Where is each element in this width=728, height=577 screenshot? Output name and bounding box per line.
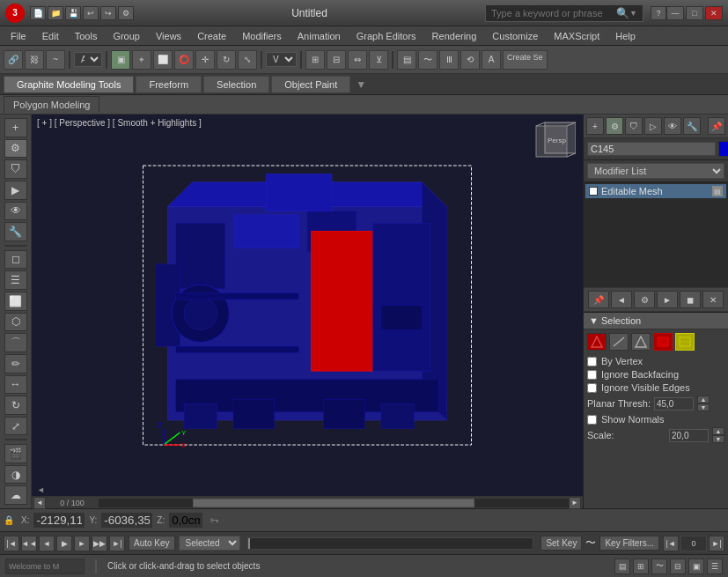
snap-btn[interactable]: ⊞ bbox=[305, 50, 325, 70]
menu-tools[interactable]: Tools bbox=[68, 29, 105, 43]
lasso-select-btn[interactable]: ⌒ bbox=[4, 333, 27, 352]
viewport[interactable]: [ + ] [ Perspective ] [ Smooth + Highlig… bbox=[32, 115, 583, 496]
env-btn[interactable]: ☁ bbox=[4, 485, 27, 505]
nav-make-unique-btn[interactable]: ◼ bbox=[680, 291, 701, 308]
horizontal-scrollbar[interactable]: ◄ 0 / 100 ► bbox=[32, 496, 583, 508]
tab-graphite-modeling-tools[interactable]: Graphite Modeling Tools bbox=[4, 76, 134, 92]
polygon-modeling-tab[interactable]: Polygon Modeling bbox=[4, 96, 99, 113]
undo-btn[interactable]: ↩ bbox=[83, 6, 99, 20]
panel-motion-btn[interactable]: ▷ bbox=[644, 117, 662, 135]
new-file-btn[interactable]: 📄 bbox=[30, 6, 46, 20]
select-region-btn[interactable]: ⌖ bbox=[132, 50, 151, 70]
rect-select-btn[interactable]: ⬜ bbox=[4, 292, 27, 311]
anim-prev-btn[interactable]: ◄◄ bbox=[21, 536, 37, 551]
move-btn[interactable]: ✛ bbox=[195, 50, 215, 70]
ribbon-btn[interactable]: Ⅲ bbox=[439, 50, 459, 70]
mini-ctrl-5[interactable]: ▣ bbox=[688, 559, 704, 574]
mini-ctrl-6[interactable]: ☰ bbox=[707, 559, 723, 574]
scale-down[interactable]: ▼ bbox=[712, 435, 724, 443]
scroll-left-btn[interactable]: ◄ bbox=[33, 497, 46, 509]
create-set-btn[interactable]: Create Se bbox=[503, 50, 548, 70]
select-btn[interactable]: ▣ bbox=[111, 50, 130, 70]
open-file-btn[interactable]: 📁 bbox=[48, 6, 63, 20]
anim-prev-frame-btn[interactable]: ◄ bbox=[39, 536, 55, 551]
view-dropdown[interactable]: View bbox=[266, 52, 297, 67]
modify-tool[interactable]: ⚙ bbox=[4, 139, 27, 159]
filter-dropdown[interactable]: All bbox=[74, 52, 102, 67]
edge-icon[interactable] bbox=[609, 333, 629, 351]
show-normals-checkbox[interactable] bbox=[587, 415, 597, 425]
frame-number-input[interactable] bbox=[680, 536, 707, 551]
menu-create[interactable]: Create bbox=[190, 29, 233, 43]
key-filters-btn[interactable]: Key Filters... bbox=[599, 536, 659, 551]
timeline[interactable] bbox=[247, 537, 534, 550]
move-tool[interactable]: ↔ bbox=[4, 375, 27, 395]
search-input[interactable] bbox=[491, 8, 613, 18]
fence-select-btn[interactable]: ⬡ bbox=[4, 313, 27, 332]
selection-panel-header[interactable]: ▼ Selection bbox=[584, 313, 728, 329]
scale-up[interactable]: ▲ bbox=[712, 427, 724, 435]
scale-btn[interactable]: ⤡ bbox=[238, 50, 257, 70]
vertex-icon[interactable] bbox=[587, 333, 607, 351]
tab-object-paint[interactable]: Object Paint bbox=[271, 76, 350, 92]
panel-pin-btn[interactable]: 📌 bbox=[708, 117, 725, 135]
menu-modifiers[interactable]: Modifiers bbox=[235, 29, 289, 43]
snap3d-btn[interactable]: ⊟ bbox=[327, 50, 346, 70]
search-box[interactable]: 🔍 ▼ bbox=[485, 4, 643, 22]
mirror-btn[interactable]: ⇔ bbox=[348, 50, 367, 70]
bind-btn[interactable]: ~ bbox=[46, 50, 65, 70]
panel-hierarchy-btn[interactable]: ⛉ bbox=[625, 117, 643, 135]
scroll-thumb[interactable] bbox=[193, 499, 474, 507]
redo-btn[interactable]: ↪ bbox=[100, 6, 116, 20]
tab-selection[interactable]: Selection bbox=[203, 76, 269, 92]
select-object-btn[interactable]: ◻ bbox=[4, 250, 27, 270]
render-btn[interactable]: 🎬 bbox=[4, 444, 27, 463]
menu-help[interactable]: Help bbox=[608, 29, 643, 43]
menu-maxscript[interactable]: MAXScript bbox=[547, 29, 607, 43]
menu-views[interactable]: Views bbox=[149, 29, 188, 43]
display-tool[interactable]: 👁 bbox=[4, 202, 27, 221]
planar-thresh-down[interactable]: ▼ bbox=[697, 403, 710, 411]
extra-btn1[interactable]: ⟲ bbox=[460, 50, 480, 70]
anim-start-btn[interactable]: |◄ bbox=[4, 536, 19, 551]
panel-create-btn[interactable]: + bbox=[586, 117, 604, 135]
panel-display-btn[interactable]: 👁 bbox=[664, 117, 681, 135]
menu-group[interactable]: Group bbox=[106, 29, 147, 43]
nav-prev-btn[interactable]: ◄ bbox=[611, 291, 632, 308]
hierarchy-tool[interactable]: ⛉ bbox=[4, 159, 27, 179]
nav-next-btn[interactable]: ► bbox=[657, 291, 678, 308]
nav-pin-btn[interactable]: 📌 bbox=[588, 291, 609, 308]
paint-select-btn[interactable]: ✏ bbox=[4, 354, 27, 374]
menu-animation[interactable]: Animation bbox=[290, 29, 348, 43]
modifier-list-dropdown[interactable]: Modifier List bbox=[587, 163, 724, 179]
scroll-track[interactable] bbox=[99, 499, 569, 507]
panel-modify-btn[interactable]: ⚙ bbox=[606, 117, 623, 135]
align-btn[interactable]: ⊻ bbox=[369, 50, 388, 70]
rotate-tool[interactable]: ↻ bbox=[4, 396, 27, 415]
polygon-icon[interactable] bbox=[653, 333, 673, 351]
x-input[interactable] bbox=[33, 512, 85, 529]
nav-configure-btn[interactable]: ⚙ bbox=[634, 291, 655, 308]
element-icon[interactable] bbox=[675, 333, 695, 351]
anim-next-btn[interactable]: ▶▶ bbox=[92, 536, 107, 551]
anim-next-frame-btn[interactable]: ► bbox=[74, 536, 90, 551]
mini-ctrl-3[interactable]: 〜 bbox=[651, 559, 667, 574]
selected-dropdown[interactable]: Selected bbox=[179, 536, 240, 551]
maximize-btn[interactable]: □ bbox=[686, 6, 703, 20]
by-vertex-checkbox[interactable] bbox=[587, 357, 597, 366]
viewport-cube[interactable]: Persp bbox=[532, 122, 576, 166]
minimize-btn[interactable]: — bbox=[666, 6, 684, 20]
close-btn[interactable]: ✕ bbox=[705, 6, 723, 20]
z-input[interactable] bbox=[168, 512, 203, 529]
anim-extra-1[interactable]: |◄ bbox=[663, 536, 679, 551]
layer-btn[interactable]: ▤ bbox=[397, 50, 416, 70]
menu-customize[interactable]: Customize bbox=[485, 29, 545, 43]
object-name-input[interactable] bbox=[587, 142, 716, 156]
object-color-swatch[interactable] bbox=[718, 141, 728, 157]
select-circle-btn[interactable]: ⭕ bbox=[174, 50, 194, 70]
ribbon-expand-btn[interactable]: ▼ bbox=[356, 78, 366, 91]
select-by-name-btn[interactable]: ☰ bbox=[4, 270, 27, 290]
scale-input[interactable] bbox=[669, 429, 709, 442]
planar-thresh-input[interactable] bbox=[654, 397, 694, 411]
mini-ctrl-1[interactable]: ▤ bbox=[614, 559, 630, 574]
